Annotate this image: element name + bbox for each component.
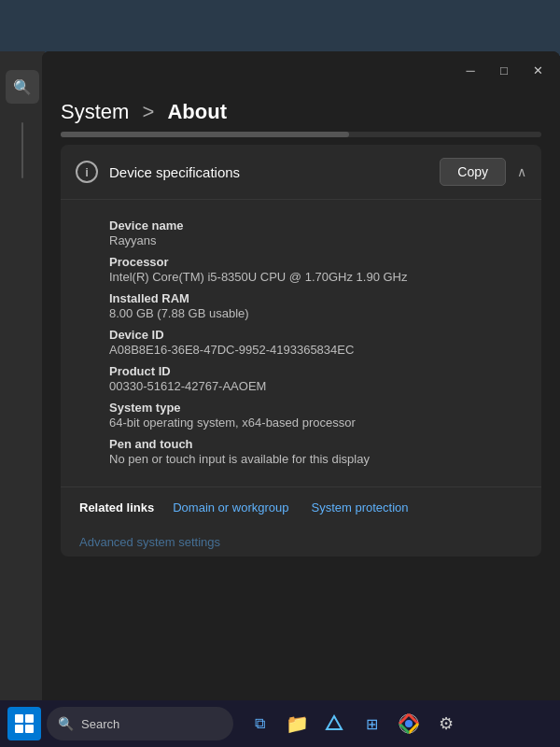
device-specs-section: i Device specifications Copy ∧ Device na…: [61, 145, 541, 557]
svg-point-2: [405, 720, 413, 727]
spec-label-device-id: Device ID: [109, 328, 523, 342]
search-icon: 🔍: [13, 78, 32, 96]
breadcrumb: System > About: [42, 89, 560, 132]
desktop-background: [0, 0, 560, 56]
file-explorer-icon[interactable]: 📁: [280, 707, 314, 740]
microsoft-365-icon[interactable]: [317, 707, 351, 740]
taskbar-icon-group: ⧉ 📁 ⊞ ⚙: [243, 707, 463, 740]
taskbar-search[interactable]: 🔍 Search: [47, 707, 233, 740]
breadcrumb-parent[interactable]: System: [61, 100, 129, 123]
specs-title: Device specifications: [109, 164, 440, 180]
sidebar-divider: [21, 122, 23, 178]
system-protection-link[interactable]: System protection: [311, 500, 408, 514]
settings-window: ─ □ ✕ System > About i Device specificat…: [42, 51, 560, 700]
scroll-indicator: [61, 132, 541, 137]
spec-label-device-name: Device name: [109, 218, 523, 233]
spec-value-product-id: 00330-51612-42767-AAOEM: [109, 379, 523, 393]
spec-label-pen-touch: Pen and touch: [109, 437, 523, 451]
sidebar-search-button[interactable]: 🔍: [6, 70, 39, 104]
task-view-icon[interactable]: ⧉: [243, 707, 276, 740]
spec-device-id: Device ID A08B8E16-36E8-47DC-9952-419336…: [109, 328, 523, 357]
breadcrumb-current: About: [167, 100, 227, 123]
info-icon: i: [76, 161, 98, 183]
maximize-button[interactable]: □: [489, 57, 519, 83]
spec-value-device-name: Rayyans: [109, 233, 523, 247]
minimize-button[interactable]: ─: [455, 57, 485, 83]
main-content: i Device specifications Copy ∧ Device na…: [42, 137, 560, 700]
specs-header: i Device specifications Copy ∧: [61, 145, 541, 200]
close-button[interactable]: ✕: [523, 57, 553, 83]
spec-label-product-id: Product ID: [109, 364, 523, 378]
spec-product-id: Product ID 00330-51612-42767-AAOEM: [109, 364, 523, 393]
windows-logo-icon: [15, 714, 34, 733]
spec-value-pen-touch: No pen or touch input is available for t…: [109, 452, 523, 466]
spec-value-ram: 8.00 GB (7.88 GB usable): [109, 306, 523, 320]
title-bar: ─ □ ✕: [42, 51, 560, 89]
svg-marker-0: [327, 716, 342, 729]
spec-ram: Installed RAM 8.00 GB (7.88 GB usable): [109, 291, 523, 320]
spec-pen-touch: Pen and touch No pen or touch input is a…: [109, 437, 523, 466]
related-links: Related links Domain or workgroup System…: [61, 486, 541, 528]
windows-apps-icon[interactable]: ⊞: [355, 707, 388, 740]
settings-taskbar-icon[interactable]: ⚙: [429, 707, 463, 740]
start-button[interactable]: [7, 707, 41, 740]
taskbar-search-text: Search: [81, 717, 119, 731]
domain-workgroup-link[interactable]: Domain or workgroup: [173, 500, 288, 514]
related-links-label: Related links: [79, 500, 154, 514]
spec-label-ram: Installed RAM: [109, 291, 523, 305]
chrome-icon[interactable]: [392, 707, 426, 740]
taskbar-search-icon: 🔍: [58, 716, 74, 731]
taskbar: 🔍 Search ⧉ 📁 ⊞ ⚙: [0, 700, 560, 747]
advanced-system-link[interactable]: Advanced system settings: [61, 528, 541, 557]
settings-sidebar: 🔍: [0, 51, 45, 700]
spec-label-system-type: System type: [109, 401, 523, 415]
window-controls: ─ □ ✕: [455, 57, 553, 83]
spec-device-name: Device name Rayyans: [109, 218, 523, 247]
spec-label-processor: Processor: [109, 255, 523, 269]
spec-system-type: System type 64-bit operating system, x64…: [109, 401, 523, 430]
copy-button[interactable]: Copy: [440, 158, 506, 186]
spec-value-device-id: A08B8E16-36E8-47DC-9952-4193365834EC: [109, 343, 523, 357]
chevron-up-icon[interactable]: ∧: [517, 164, 526, 179]
spec-processor: Processor Intel(R) Core(TM) i5-8350U CPU…: [109, 255, 523, 284]
spec-value-system-type: 64-bit operating system, x64-based proce…: [109, 416, 523, 430]
breadcrumb-separator: >: [142, 100, 154, 123]
spec-value-processor: Intel(R) Core(TM) i5-8350U CPU @ 1.70GHz…: [109, 270, 523, 284]
specs-body: Device name Rayyans Processor Intel(R) C…: [61, 200, 541, 486]
